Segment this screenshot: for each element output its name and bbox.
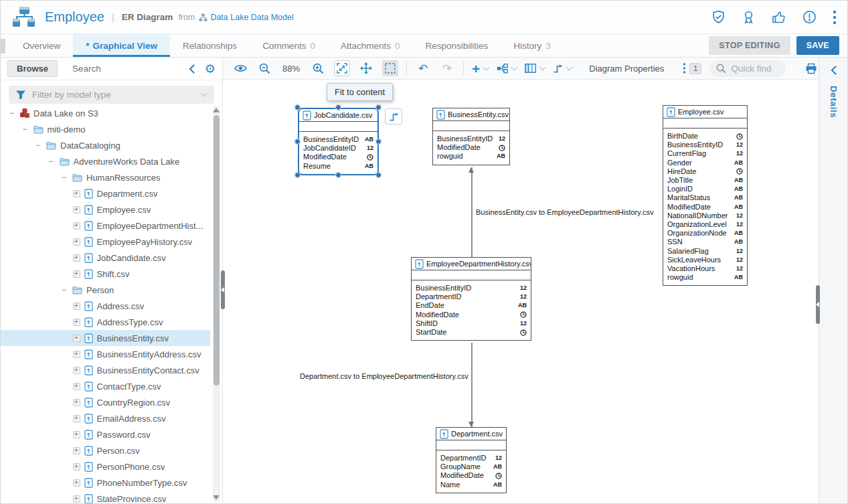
- collapsed-panel-handle[interactable]: [1, 39, 5, 54]
- tab-history[interactable]: History3: [501, 34, 564, 57]
- tab-comments[interactable]: Comments0: [250, 34, 328, 57]
- expand-icon[interactable]: +: [73, 383, 80, 390]
- tree-item-shift-csv[interactable]: +Shift.csv: [1, 266, 210, 282]
- tree-item-personphone-csv[interactable]: +PersonPhone.csv: [1, 458, 210, 475]
- collapse-icon[interactable]: −: [47, 157, 56, 166]
- tree-item-jobcandidate-csv[interactable]: +JobCandidate.csv: [1, 250, 210, 266]
- details-resize-handle[interactable]: [816, 285, 820, 324]
- tree-item-emailaddress-csv[interactable]: +EmailAddress.csv: [1, 410, 210, 426]
- issues-alert-icon[interactable]: [802, 10, 817, 24]
- search-tab[interactable]: Search: [72, 64, 101, 74]
- expand-icon[interactable]: +: [73, 190, 80, 197]
- expand-icon[interactable]: +: [73, 254, 80, 262]
- quick-find-input[interactable]: [731, 64, 779, 74]
- selection-handle[interactable]: [294, 139, 301, 145]
- tab-graphical-view[interactable]: *Graphical View: [73, 34, 170, 57]
- tree-item-miti-demo[interactable]: −miti-demo: [1, 121, 210, 137]
- entity-employeedepartmenthistory-csv[interactable]: EmployeeDepartmentHistory.csvBusinessEnt…: [411, 257, 531, 341]
- fit-to-content-icon[interactable]: [382, 60, 398, 76]
- tree-item-businessentityaddress-csv[interactable]: +BusinessEntityAddress.csv: [1, 346, 210, 362]
- collapse-icon[interactable]: −: [33, 141, 42, 150]
- expand-icon[interactable]: +: [73, 335, 80, 342]
- model-link[interactable]: Data Lake Data Model: [199, 13, 293, 22]
- expand-icon[interactable]: +: [73, 495, 80, 503]
- tree-item-phonenumbertype-csv[interactable]: +PhoneNumberType.csv: [1, 475, 210, 491]
- create-relationship-button[interactable]: [385, 108, 402, 124]
- tree-scrollbar[interactable]: [213, 106, 220, 502]
- entity-businessentity-csv[interactable]: BusinessEntity.csvBusinessEntityID12Modi…: [432, 108, 510, 165]
- scroll-down-icon[interactable]: [213, 495, 220, 500]
- selection-handle[interactable]: [375, 139, 381, 145]
- selection-handle[interactable]: [294, 172, 301, 178]
- expand-icon[interactable]: +: [73, 463, 80, 471]
- collapse-icon[interactable]: −: [21, 125, 29, 134]
- scroll-up-icon[interactable]: [213, 108, 220, 112]
- tree-item-department-csv[interactable]: +Department.csv: [1, 185, 210, 201]
- tab-overview[interactable]: Overview: [10, 34, 73, 57]
- relationship-line[interactable]: [471, 343, 473, 427]
- sidebar-resize-handle[interactable]: [221, 270, 225, 309]
- selection-handle[interactable]: [294, 104, 301, 110]
- save-button[interactable]: SAVE: [796, 36, 839, 55]
- expand-icon[interactable]: +: [73, 270, 80, 278]
- expand-icon[interactable]: +: [73, 222, 80, 230]
- expand-icon[interactable]: +: [73, 415, 80, 422]
- connector-style-button[interactable]: [553, 64, 572, 74]
- shield-check-icon[interactable]: [711, 10, 726, 24]
- visibility-icon[interactable]: [232, 60, 248, 76]
- certification-badge-icon[interactable]: [742, 10, 756, 24]
- tree-item-employee-csv[interactable]: +Employee.csv: [1, 201, 210, 218]
- tab-attachments[interactable]: Attachments0: [328, 34, 413, 57]
- expand-icon[interactable]: +: [73, 206, 80, 214]
- relationship-line[interactable]: [471, 167, 473, 257]
- more-menu-icon[interactable]: [833, 10, 837, 25]
- tab-relationships[interactable]: Relationships: [170, 34, 250, 57]
- expand-icon[interactable]: +: [73, 431, 80, 438]
- tree-item-person-csv[interactable]: +Person.csv: [1, 442, 210, 458]
- tree-item-contacttype-csv[interactable]: +ContactType.csv: [1, 378, 210, 394]
- zoom-to-fit-icon[interactable]: [334, 60, 350, 76]
- print-icon[interactable]: [803, 60, 819, 76]
- expand-details-icon[interactable]: [831, 66, 837, 75]
- tree-item-employeedepartmenthist[interactable]: +EmployeeDepartmentHist...: [1, 218, 210, 234]
- tree-item-stateprovince-csv[interactable]: +StateProvince.csv: [1, 491, 210, 503]
- diagram-properties-button[interactable]: Diagram Properties: [589, 64, 664, 74]
- expand-icon[interactable]: +: [73, 319, 80, 326]
- tree-item-businessentity-csv[interactable]: +BusinessEntity.csv: [1, 330, 210, 346]
- stop-editing-button[interactable]: STOP EDITING: [709, 36, 790, 55]
- collapse-icon[interactable]: −: [60, 286, 68, 295]
- selection-handle[interactable]: [375, 104, 381, 110]
- details-panel-label[interactable]: Details: [829, 86, 839, 118]
- tree-item-data-lake-on-s3[interactable]: −Data Lake on S3: [1, 105, 210, 121]
- table-view-button[interactable]: [525, 64, 545, 73]
- diagram-surface[interactable]: Fit to content JobCandidate.csvBusinessE…: [223, 80, 819, 503]
- expand-icon[interactable]: +: [73, 447, 80, 454]
- expand-icon[interactable]: +: [73, 238, 80, 246]
- pan-icon[interactable]: [358, 60, 374, 76]
- tree-item-datacataloging[interactable]: −DataCataloging: [1, 137, 210, 153]
- tree-item-countryregion-csv[interactable]: +CountryRegion.csv: [1, 394, 210, 410]
- selection-handle[interactable]: [335, 172, 341, 178]
- gear-icon[interactable]: ⚙: [205, 63, 216, 75]
- entity-employee-csv[interactable]: Employee.csvBirthDateBusinessEntityID12C…: [663, 105, 748, 286]
- selection-handle[interactable]: [375, 172, 381, 178]
- overlay-menu-button[interactable]: 1: [683, 63, 701, 74]
- tree-item-password-csv[interactable]: +Password.csv: [1, 426, 210, 442]
- zoom-in-icon[interactable]: [310, 60, 326, 76]
- tab-responsibilities[interactable]: Responsibilities: [412, 34, 501, 57]
- selection-handle[interactable]: [335, 104, 341, 110]
- tree-item-address-csv[interactable]: +Address.csv: [1, 298, 210, 314]
- undo-icon[interactable]: ↶: [415, 60, 431, 76]
- expand-icon[interactable]: +: [73, 303, 80, 310]
- quick-find[interactable]: [709, 60, 786, 77]
- expand-icon[interactable]: +: [73, 479, 80, 487]
- tree-item-addresstype-csv[interactable]: +AddressType.csv: [1, 314, 210, 330]
- tree-item-businessentitycontact-csv[interactable]: +BusinessEntityContact.csv: [1, 362, 210, 378]
- tree-item-person[interactable]: −Person: [1, 282, 210, 298]
- model-type-filter[interactable]: [9, 86, 214, 104]
- expand-icon[interactable]: +: [73, 399, 80, 406]
- zoom-out-icon[interactable]: [256, 60, 272, 76]
- collapse-icon[interactable]: −: [60, 173, 68, 182]
- tree-item-employeepayhistory-csv[interactable]: +EmployeePayHistory.csv: [1, 234, 210, 250]
- entity-department-csv[interactable]: Department.csvDepartmentID12GroupNameABM…: [436, 427, 507, 493]
